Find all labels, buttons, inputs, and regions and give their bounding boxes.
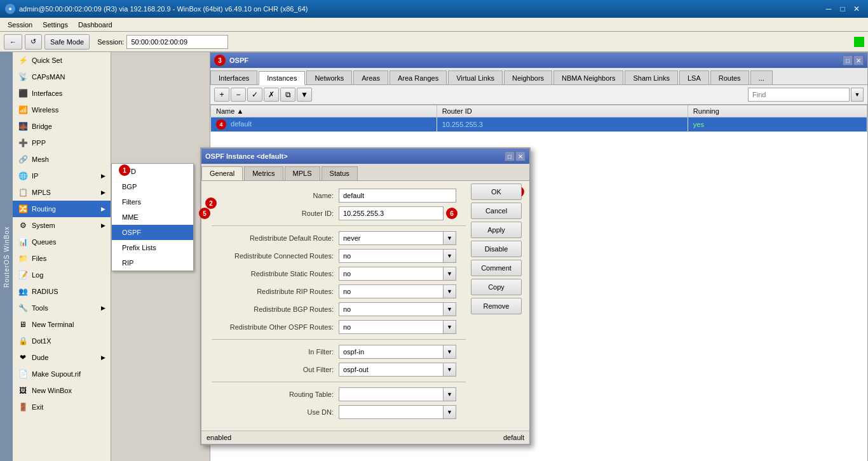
sidebar-item-log[interactable]: 📝 Log (13, 267, 111, 283)
maximize-button[interactable]: □ (836, 3, 849, 15)
menu-item-rip[interactable]: RIP (112, 255, 193, 271)
tab-routes[interactable]: Routes (710, 70, 749, 84)
back-button[interactable]: ← (4, 34, 22, 50)
tab-areas[interactable]: Areas (353, 70, 388, 84)
sidebar-item-tools[interactable]: 🔧 Tools ▶ (13, 300, 111, 316)
redis-default-arrow[interactable]: ▼ (444, 231, 456, 245)
redis-connected-select[interactable] (339, 249, 444, 263)
redis-bgp-arrow[interactable]: ▼ (444, 302, 456, 316)
ok-button[interactable]: OK (471, 184, 522, 200)
menu-item-ospf[interactable]: OSPF (112, 225, 193, 240)
dialog-controls[interactable]: □ ✕ (505, 151, 526, 161)
dialog-close-button[interactable]: ✕ (515, 151, 526, 161)
tab-area-ranges[interactable]: Area Ranges (390, 70, 447, 84)
find-input[interactable] (748, 88, 850, 102)
tab-interfaces[interactable]: Interfaces (210, 70, 257, 84)
table-row[interactable]: 4 default 10.255.255.3 yes (211, 117, 867, 132)
minimize-button[interactable]: ─ (822, 3, 835, 15)
col-router-id[interactable]: Router ID (437, 105, 688, 117)
titlebar-controls[interactable]: ─ □ ✕ (822, 3, 863, 15)
filter-button[interactable]: ▼ (297, 88, 312, 102)
add-button[interactable]: + (214, 88, 229, 102)
ospf-restore-button[interactable]: □ (843, 55, 853, 65)
redis-bgp-select[interactable] (339, 302, 444, 316)
sidebar-item-dot1x[interactable]: 🔒 Dot1X (13, 333, 111, 349)
use-dn-select[interactable] (339, 405, 444, 419)
sidebar-item-dude[interactable]: ❤ Dude ▶ (13, 349, 111, 366)
name-input[interactable] (339, 189, 456, 203)
menu-dashboard[interactable]: Dashboard (73, 20, 118, 30)
sidebar-item-new-terminal[interactable]: 🖥 New Terminal (13, 316, 111, 333)
tab-lsa[interactable]: LSA (679, 70, 709, 84)
col-running[interactable]: Running (688, 105, 867, 117)
menu-item-filters[interactable]: Filters (112, 194, 193, 210)
tab-neighbors[interactable]: Neighbors (504, 70, 552, 84)
routing-table-select[interactable] (339, 387, 444, 401)
disable-button[interactable]: ✗ (264, 88, 279, 102)
tab-sham-links[interactable]: Sham Links (625, 70, 677, 84)
use-dn-arrow[interactable]: ▼ (444, 405, 456, 419)
sidebar-item-wireless[interactable]: 📶 Wireless (13, 102, 111, 118)
disable-button[interactable]: Disable (471, 241, 522, 257)
sidebar-item-bridge[interactable]: 🌉 Bridge (13, 118, 111, 135)
sidebar-item-exit[interactable]: 🚪 Exit (13, 399, 111, 415)
sidebar-item-capsman[interactable]: 📡 CAPsMAN (13, 69, 111, 85)
out-filter-select[interactable] (339, 363, 444, 377)
menu-item-mme[interactable]: MME (112, 210, 193, 225)
menu-item-prefix-lists[interactable]: Prefix Lists (112, 240, 193, 255)
safe-mode-button[interactable]: Safe Mode (44, 34, 90, 50)
dialog-tab-status[interactable]: Status (322, 166, 358, 180)
copy-button[interactable]: ⧉ (280, 88, 295, 102)
dialog-restore-button[interactable]: □ (505, 151, 515, 161)
comment-button[interactable]: Comment (471, 260, 522, 276)
sidebar-item-radius[interactable]: 👥 RADIUS (13, 283, 111, 300)
tab-networks[interactable]: Networks (306, 70, 352, 84)
routing-table-arrow[interactable]: ▼ (444, 387, 456, 401)
col-name[interactable]: Name ▲ (211, 105, 437, 117)
menu-item-bgp[interactable]: BGP (112, 179, 193, 194)
copy-button[interactable]: Copy (471, 279, 522, 295)
in-filter-arrow[interactable]: ▼ (444, 345, 456, 359)
redis-rip-select[interactable] (339, 284, 444, 298)
sidebar-item-interfaces[interactable]: ⬛ Interfaces (13, 85, 111, 102)
tab-virtual-links[interactable]: Virtual Links (448, 70, 503, 84)
apply-button[interactable]: Apply (471, 222, 522, 238)
redis-default-select[interactable] (339, 231, 444, 245)
sidebar-item-mesh[interactable]: 🔗 Mesh (13, 151, 111, 168)
sidebar-item-ip[interactable]: 🌐 IP ▶ (13, 168, 111, 184)
remove-button[interactable]: Remove (471, 298, 522, 314)
find-dropdown[interactable]: ▼ (851, 88, 864, 102)
remove-button[interactable]: − (231, 88, 246, 102)
close-button[interactable]: ✕ (850, 3, 863, 15)
redis-static-select[interactable] (339, 267, 444, 281)
redis-other-ospf-select[interactable] (339, 320, 444, 334)
enable-button[interactable]: ✓ (247, 88, 262, 102)
dialog-tab-mpls[interactable]: MPLS (285, 166, 320, 180)
sidebar-item-quick-set[interactable]: ⚡ Quick Set (13, 52, 111, 69)
menu-settings[interactable]: Settings (37, 20, 73, 30)
menu-session[interactable]: Session (3, 20, 37, 30)
sidebar-item-routing[interactable]: 🔀 Routing ▶ (13, 201, 111, 217)
sidebar-item-make-supout[interactable]: 📄 Make Supout.rif (13, 366, 111, 382)
sidebar-item-queues[interactable]: 📊 Queues (13, 234, 111, 250)
ospf-window-controls[interactable]: □ ✕ (843, 55, 864, 65)
dialog-tab-general[interactable]: General (201, 166, 243, 180)
tab-instances[interactable]: Instances (259, 71, 305, 85)
ospf-close-button[interactable]: ✕ (853, 55, 864, 65)
tab-more[interactable]: ... (750, 70, 773, 84)
cancel-button[interactable]: Cancel (471, 203, 522, 219)
router-id-input[interactable] (339, 206, 444, 220)
redis-connected-arrow[interactable]: ▼ (444, 249, 456, 263)
sidebar-item-new-winbox[interactable]: 🖼 New WinBox (13, 382, 111, 399)
sidebar-item-mpls[interactable]: 📋 MPLS ▶ (13, 184, 111, 201)
redis-static-arrow[interactable]: ▼ (444, 267, 456, 281)
refresh-button[interactable]: ↺ (25, 34, 42, 50)
sidebar-item-files[interactable]: 📁 Files (13, 250, 111, 267)
in-filter-select[interactable] (339, 345, 444, 359)
redis-other-ospf-arrow[interactable]: ▼ (444, 320, 456, 334)
sidebar-item-system[interactable]: ⚙ System ▶ (13, 217, 111, 234)
out-filter-arrow[interactable]: ▼ (444, 363, 456, 377)
redis-rip-arrow[interactable]: ▼ (444, 284, 456, 298)
dialog-tab-metrics[interactable]: Metrics (244, 166, 283, 180)
tab-nbma-neighbors[interactable]: NBMA Neighbors (553, 70, 623, 84)
